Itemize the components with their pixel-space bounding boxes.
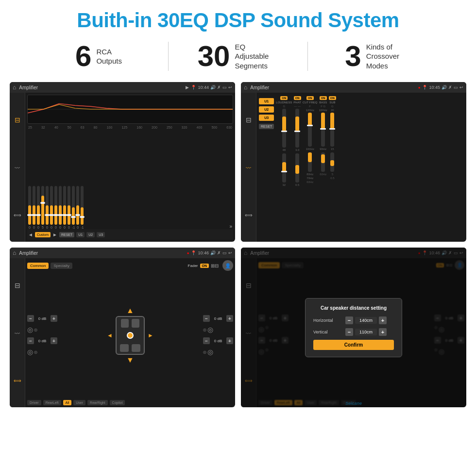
fader-db-4: − 0 dB +	[203, 337, 233, 344]
fader-controls-area: − 0 dB + ◎ ◎ − 0 dB +	[27, 272, 233, 399]
amp-sub-slider[interactable]	[330, 113, 334, 147]
eq-slider-2: 0	[33, 186, 35, 229]
fader-sidebar-eq-icon[interactable]: ⊟	[15, 282, 20, 289]
fader-db1-minus[interactable]: −	[27, 315, 34, 322]
eq-reset-btn[interactable]: RESET	[59, 232, 74, 237]
fader-db4-plus[interactable]: +	[226, 337, 233, 344]
eq-slider-4: 5	[41, 186, 44, 229]
fader-db2-minus[interactable]: −	[27, 337, 34, 344]
amp-u1-btn[interactable]: U1	[259, 98, 274, 104]
amp-phat: ON PHAT — — 3.0 0.5	[293, 96, 301, 186]
fader-specialty-tab[interactable]: Specialty	[51, 263, 72, 269]
amp-phat-toggle[interactable]: ON	[294, 96, 301, 100]
fader-driver-btn[interactable]: Driver	[27, 400, 41, 405]
fader-car-diagram	[116, 316, 145, 355]
stat-rca-number: 6	[75, 42, 91, 71]
fader-rearright-btn[interactable]: RearRight	[87, 400, 108, 405]
dialog-vertical-control: − 110cm +	[345, 328, 394, 336]
dialog-vertical-minus[interactable]: −	[345, 328, 353, 336]
confirm-button[interactable]: Confirm	[313, 340, 394, 350]
fader-speaker-icons-left2: ◎ ◎	[27, 348, 57, 356]
dialog-horizontal-label: Horizontal	[313, 318, 342, 323]
amp-sidebar-eq-icon[interactable]: ⊟	[246, 116, 252, 124]
eq-u2-btn[interactable]: U2	[86, 232, 95, 237]
eq-main: 25 32 40 50 63 80 100 125 160 200 250 32…	[25, 93, 235, 242]
fader-all-btn[interactable]: All	[63, 400, 72, 405]
eq-sidebar-wave-icon[interactable]: 〰	[15, 165, 20, 171]
amp-u2-btn[interactable]: U2	[259, 106, 274, 113]
fader-db3-minus[interactable]: −	[203, 315, 210, 322]
eq-status-bar: ⌂ Amplifier ▶ 📍 10:44 🔊 ✗ ▭ ↩	[10, 82, 235, 93]
amp-bass-toggle[interactable]: ON	[320, 96, 327, 100]
fader-sidebar-cross-icon[interactable]: ⟺	[14, 378, 21, 384]
amp-home-icon[interactable]: ⌂	[244, 84, 247, 91]
fader-common-tab[interactable]: Common	[27, 263, 49, 269]
eq-u1-btn[interactable]: U1	[76, 232, 85, 237]
amp-sub: ON SUB G 20 15 5 0.5	[329, 96, 336, 180]
fader-home-icon[interactable]: ⌂	[13, 249, 16, 256]
eq-time: 10:44	[198, 85, 209, 90]
amp-time: 10:45	[429, 85, 440, 90]
fader-down-arrow[interactable]: ▼	[126, 356, 134, 365]
eq-u3-btn[interactable]: U3	[97, 232, 105, 237]
amp-presets: U1 U2 U3 RESET	[258, 94, 275, 240]
fader-db3-plus[interactable]: +	[226, 315, 233, 322]
amp-sidebar-cross-icon[interactable]: ⟺	[245, 212, 253, 218]
dialog-horizontal-row: Horizontal − 140cm +	[313, 316, 394, 324]
eq-home-icon[interactable]: ⌂	[13, 84, 16, 91]
eq-slider-5: 0	[46, 186, 49, 229]
eq-title: Amplifier	[19, 85, 184, 90]
eq-freq-labels: 25 32 40 50 63 80 100 125 160 200 250 32…	[27, 126, 233, 129]
amp-loudness-slider[interactable]	[282, 109, 286, 148]
amp-loudness-toggle[interactable]: ON	[280, 96, 288, 100]
eq-slider-10: 0	[68, 186, 70, 229]
eq-custom-btn[interactable]: Custom	[35, 232, 51, 237]
amp-bass-slider[interactable]	[321, 113, 325, 147]
amp-cutfreq-toggle[interactable]: ON	[306, 96, 314, 100]
fader-rearleft-btn[interactable]: RearLeft	[43, 400, 61, 405]
fader-rear-seats	[120, 344, 140, 352]
fader-db2-plus[interactable]: +	[51, 337, 57, 344]
fader-toggle-icon[interactable]: ⊞⊟	[211, 263, 219, 268]
fader-db2-value: 0 dB	[35, 339, 50, 343]
fader-status-icons: 📍 10:46 🔊 ✗ ▭ ↩	[191, 250, 232, 255]
screen-amp: ⌂ Amplifier ● 📍 10:45 🔊 ✗ ▭ ↩ ⊟ 〰 ⟺	[241, 82, 466, 242]
amp-u3-btn[interactable]: U3	[259, 115, 274, 121]
eq-prev-icon[interactable]: ◄	[28, 232, 33, 237]
fader-sidebar-wave-icon[interactable]: 〰	[15, 331, 20, 336]
dialog-horizontal-plus[interactable]: +	[379, 316, 387, 324]
distance-dialog: Car speaker distance setting Horizontal …	[305, 298, 402, 357]
dialog-horizontal-minus[interactable]: −	[345, 316, 353, 324]
eq-slider-1: 0	[28, 186, 31, 229]
fader-front-seats	[121, 319, 139, 328]
fader-db1-plus[interactable]: +	[51, 315, 57, 322]
eq-sidebar-cross-icon[interactable]: ⟺	[14, 212, 21, 218]
fader-db4-value: 0 dB	[211, 339, 225, 343]
stat-rca-text: RCAOutputs	[96, 47, 122, 66]
fader-up-arrow[interactable]: ▲	[126, 306, 134, 315]
fader-main: Common Specialty Fader ON ⊞⊟ 👤 − 0	[25, 258, 235, 407]
amp-sub-toggle[interactable]: ON	[329, 96, 336, 100]
fader-copilot-btn[interactable]: Copilot	[110, 400, 125, 405]
eq-more-icon[interactable]: »	[229, 224, 232, 229]
fader-db4-minus[interactable]: −	[203, 337, 210, 344]
fader-db-3: − 0 dB +	[203, 315, 233, 322]
amp-phat-slider[interactable]	[295, 109, 299, 148]
dialog-vertical-value: 110cm	[355, 329, 377, 335]
amp-cutfreq-slider[interactable]	[308, 113, 312, 147]
dialog-vertical-plus[interactable]: +	[379, 328, 387, 336]
eq-next-icon[interactable]: ►	[52, 232, 57, 237]
fader-speaker-icons-right: ◎ ◎	[203, 326, 233, 333]
amp-sidebar-wave-icon[interactable]: 〰	[246, 165, 251, 171]
fader-db3-value: 0 dB	[211, 316, 225, 321]
amp-status-bar: ⌂ Amplifier ● 📍 10:45 🔊 ✗ ▭ ↩	[241, 82, 466, 93]
amp-reset-btn[interactable]: RESET	[259, 124, 274, 129]
fader-car-row: ◄	[107, 316, 153, 355]
fader-rec-icon: ●	[187, 251, 189, 255]
fader-left-arrow[interactable]: ◄	[107, 332, 113, 339]
fader-right-arrow[interactable]: ►	[148, 332, 153, 339]
fader-user-btn[interactable]: User	[73, 400, 85, 405]
fader-sidebar: ⊟ 〰 ⟺	[10, 258, 25, 407]
eq-sidebar-eq-icon[interactable]: ⊟	[15, 116, 20, 124]
fader-db1-value: 0 dB	[35, 316, 50, 321]
